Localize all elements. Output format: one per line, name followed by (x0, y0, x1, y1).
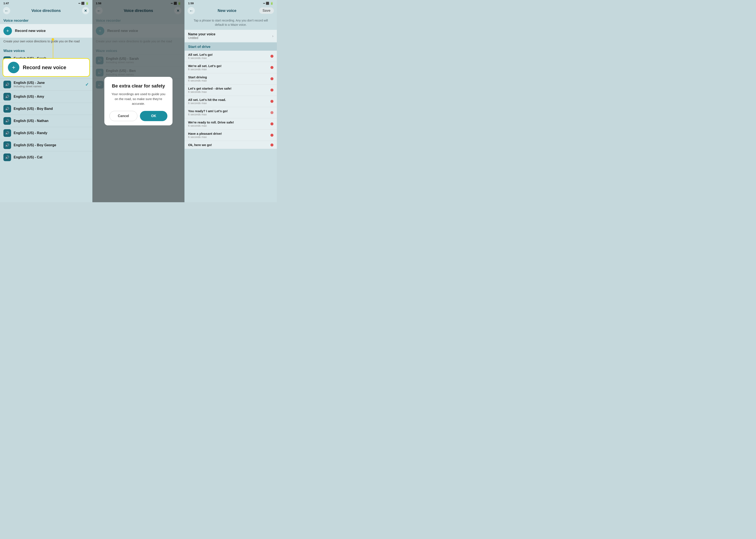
record-dot (271, 143, 274, 146)
record-dot (271, 111, 274, 114)
speaker-icon: 🔊 (3, 153, 11, 161)
record-dot (271, 77, 274, 80)
create-desc-1: Create your own voice directions to guid… (0, 38, 92, 46)
phrase-item[interactable]: Let's get started - drive safe! 6 second… (185, 84, 277, 96)
panel-1: 1:47 ▪▪ ⬛ 🔋 ← Voice directions ✕ Voice r… (0, 0, 92, 202)
phrase-info: Start driving 6 seconds max (188, 75, 271, 82)
phrase-item[interactable]: Start driving 6 seconds max (185, 73, 277, 84)
nav-title-3: New voice (218, 9, 236, 13)
status-bar-3: 1:59 ▪▪ ⬛ 🔋 (185, 0, 277, 6)
nav-title-1: Voice directions (31, 9, 61, 13)
phrase-item[interactable]: All set. Let's go! 6 seconds max (185, 51, 277, 62)
phrase-item[interactable]: All set. Let's hit the road. 6 seconds m… (185, 96, 277, 107)
back-button-1[interactable]: ← (3, 7, 10, 14)
record-dot (271, 134, 274, 137)
voice-item[interactable]: 🔊 English (US) - Nathan (0, 115, 92, 127)
voice-name: English (US) - Boy Band (14, 107, 89, 111)
phrase-name: Ok, here we go! (188, 143, 271, 147)
cancel-button[interactable]: Cancel (110, 111, 137, 121)
voice-info: English (US) - Amy (14, 95, 89, 99)
voice-item[interactable]: 🔊 English (US) - Boy Band (0, 103, 92, 115)
name-row-info: Name your voice Untitled (188, 32, 272, 39)
panel-3: 1:59 ▪▪ ⬛ 🔋 ← New voice Save Tap a phras… (184, 0, 277, 202)
phrase-info: All set. Let's hit the road. 6 seconds m… (188, 98, 271, 105)
speaker-icon: 🔊 (3, 81, 11, 88)
voice-item-jane[interactable]: 🔊 English (US) - Jane Including street n… (0, 78, 92, 91)
status-icon-1: ▪▪ ⬛ 🔋 (78, 2, 89, 5)
phrase-item[interactable]: We're all set. Let's go! 6 seconds max (185, 62, 277, 73)
speaker-icon: 🔊 (3, 117, 11, 125)
phrase-sub: 6 seconds max (188, 90, 271, 94)
phrase-item[interactable]: Have a pleasant drive! 6 seconds max (185, 129, 277, 141)
phrase-item[interactable]: We're ready to roll. Drive safe! 6 secon… (185, 118, 277, 129)
save-button[interactable]: Save (259, 7, 274, 14)
panel-2: 1:58 ▪▪ ⬛ 🔋 ← Voice directions ✕ Voice r… (92, 0, 185, 202)
selected-checkmark: ✓ (85, 82, 89, 87)
phrase-info: Ok, here we go! (188, 143, 271, 147)
voice-name: English (US) - Randy (14, 131, 89, 135)
name-row-value: Untitled (188, 36, 272, 39)
callout-box: + Record new voice (3, 58, 90, 77)
record-dot (271, 122, 274, 125)
phrase-item[interactable]: Ok, here we go! (185, 141, 277, 149)
name-your-voice-row[interactable]: Name your voice Untitled › (185, 30, 277, 42)
chevron-right-icon: › (272, 34, 274, 38)
phrase-sub: 6 seconds max (188, 79, 271, 82)
phrase-info: All set. Let's go! 6 seconds max (188, 53, 271, 60)
phrase-info: We're ready to roll. Drive safe! 6 secon… (188, 120, 271, 127)
modal-title: Be extra clear for safety (110, 83, 167, 89)
phrase-item[interactable]: You ready? I am! Let's go! 6 seconds max (185, 107, 277, 118)
record-dot (271, 89, 274, 92)
phrase-sub: 6 seconds max (188, 102, 271, 105)
time-3: 1:59 (188, 2, 194, 5)
record-label-1: Record new voice (15, 29, 46, 33)
speaker-icon: 🔊 (3, 141, 11, 149)
callout-text: Record new voice (23, 64, 66, 70)
voice-info: English (US) - Jane Including street nam… (14, 81, 83, 88)
nav-bar-3: ← New voice Save (185, 6, 277, 16)
voice-recorder-label-1: Voice recorder (0, 16, 92, 24)
drive-section-header: Start of drive (185, 42, 277, 51)
safety-modal: Be extra clear for safety Your recording… (104, 77, 173, 125)
nav-bar-1: ← Voice directions ✕ (0, 6, 92, 16)
voice-item[interactable]: 🔊 English (US) - Randy (0, 127, 92, 139)
phrase-info: You ready? I am! Let's go! 6 seconds max (188, 109, 271, 116)
phrase-sub: 6 seconds max (188, 113, 271, 116)
phrase-name: Have a pleasant drive! (188, 132, 271, 135)
status-icon-3: ▪▪ ⬛ 🔋 (263, 2, 274, 5)
record-dot (271, 100, 274, 103)
time-1: 1:47 (3, 2, 9, 5)
phrase-sub: 6 seconds max (188, 135, 271, 139)
speaker-icon: 🔊 (3, 105, 11, 113)
back-button-3[interactable]: ← (188, 7, 195, 14)
voice-item[interactable]: 🔊 English (US) - Cat (0, 151, 92, 163)
voice-name: English (US) - Amy (14, 95, 89, 99)
record-dot (271, 55, 274, 58)
ok-button[interactable]: OK (140, 111, 167, 121)
voice-name: English (US) - Cat (14, 155, 89, 159)
voice-info: English (US) - Cat (14, 155, 89, 159)
phrase-list: All set. Let's go! 6 seconds max We're a… (185, 51, 277, 202)
voice-name: English (US) - Nathan (14, 119, 89, 123)
phrase-name: All set. Let's go! (188, 53, 271, 56)
phrase-name: We're all set. Let's go! (188, 64, 271, 68)
phrase-sub: 6 seconds max (188, 56, 271, 60)
voice-item[interactable]: 🔊 English (US) - Boy George (0, 139, 92, 151)
callout-plus-icon: + (8, 62, 19, 73)
close-button-1[interactable]: ✕ (82, 7, 89, 14)
phrase-info: Let's get started - drive safe! 6 second… (188, 87, 271, 94)
plus-circle-1: + (3, 27, 12, 35)
voice-name: English (US) - Jane (14, 81, 83, 85)
phrase-sub: 6 seconds max (188, 124, 271, 127)
voice-info: English (US) - Nathan (14, 119, 89, 123)
record-new-voice-row-1[interactable]: + Record new voice (0, 24, 92, 38)
voice-name: English (US) - Boy George (14, 143, 89, 147)
modal-overlay: Be extra clear for safety Your recording… (92, 0, 185, 202)
speaker-icon: 🔊 (3, 129, 11, 137)
waze-voices-label-1: Waze voices (0, 46, 92, 54)
voice-item[interactable]: 🔊 English (US) - Amy (0, 91, 92, 103)
status-bar-1: 1:47 ▪▪ ⬛ 🔋 (0, 0, 92, 6)
voice-info: English (US) - Boy George (14, 143, 89, 147)
phrase-name: Let's get started - drive safe! (188, 87, 271, 90)
phrase-name: Start driving (188, 75, 271, 79)
